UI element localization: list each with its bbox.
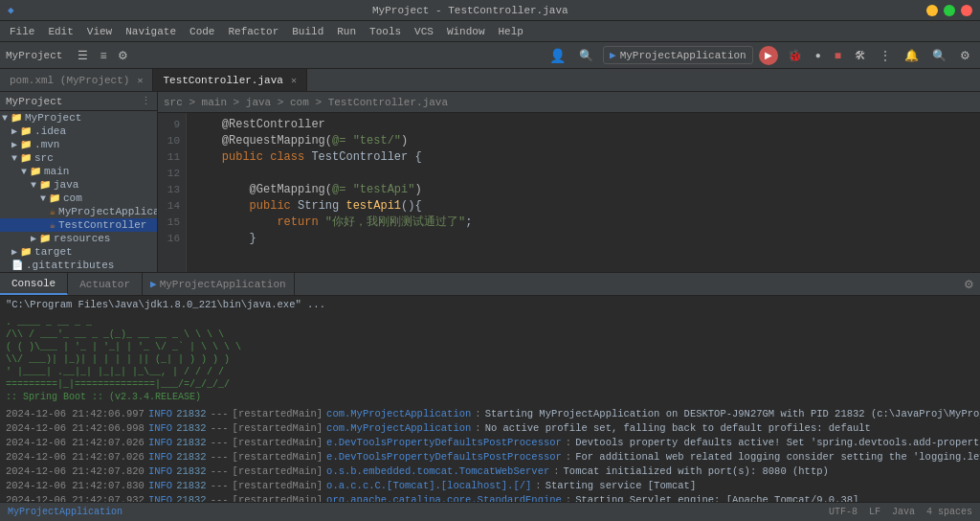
expand-icon-com: ▼ [40,193,46,204]
bottom-panel: Console Actuator ▶ MyProjectApplication … [0,272,980,502]
tree-label-controller: TestController [58,219,146,231]
tree-node-target[interactable]: ▶ 📁 target [0,245,157,259]
spring-ascii-2: /\\ / ___'_ __ _ _(_)_ __ __ _ \ \ \ \ [6,328,974,341]
status-indent: 4 spaces [926,507,972,517]
tree-label-target: target [34,246,73,258]
more-settings-btn[interactable]: ⋮ [876,47,895,64]
spring-ascii-4: \\/ ___)| |_)| | | | | || (_| | ) ) ) ) [6,353,974,366]
run-config-icon: ▶ [610,49,616,61]
expand-icon: ▼ [2,113,8,124]
project-tree: MyProject ⋮ ▼ 📁 MyProject ▶ 📁 .idea ▶ 📁 … [0,92,158,272]
tree-label-gitattr: .gitattributes [26,260,114,271]
folder-icon-resources: 📁 [39,233,51,244]
notifications-btn[interactable]: 🔔 [901,47,923,64]
java-icon-app: ☕ [50,206,56,217]
log-line-3: 2024-12-06 21:42:07.026 INFO 21832 --- [… [6,450,974,464]
main-content: MyProject ⋮ ▼ 📁 MyProject ▶ 📁 .idea ▶ 📁 … [0,92,980,272]
user-icon-btn[interactable]: 👤 [546,46,569,65]
expand-icon-mvn: ▶ [11,139,17,150]
menu-window[interactable]: Window [441,24,491,39]
menu-refactor[interactable]: Refactor [222,24,284,39]
log-line-1: 2024-12-06 21:42:06.998 INFO 21832 --- [… [6,421,974,436]
tree-label-myproject: MyProject [25,112,81,124]
menu-view[interactable]: View [81,24,118,39]
code-editor[interactable]: 9 10 11 12 13 14 15 16 @RestController @… [158,113,980,272]
code-content[interactable]: @RestController @RequestMapping(@= "test… [187,113,980,272]
tab-pom-label: pom.xml (MyProject) [10,75,129,86]
run-config-name: MyProjectApplication [620,50,746,61]
tree-node-java[interactable]: ▼ 📁 java [0,178,157,192]
toolbar-right: 👤 🔍 ▶ MyProjectApplication ▶ 🐞 ● ■ 🛠 ⋮ 🔔… [546,46,974,65]
toolbar-settings-btn[interactable]: ⚙ [114,47,132,64]
run-button[interactable]: ▶ [759,46,778,65]
minimize-button[interactable] [926,5,938,16]
search-everywhere-btn[interactable]: 🔍 [575,47,597,64]
stop-button[interactable]: ■ [831,47,845,64]
tree-header: MyProject ⋮ [0,92,157,111]
tree-node-src[interactable]: ▼ 📁 src [0,151,157,165]
app-icon: ◆ [8,4,14,16]
expand-icon-src: ▼ [11,153,17,164]
tab-actuator[interactable]: Actuator [68,273,143,295]
status-right: UTF-8 LF Java 4 spaces [829,507,972,517]
spring-ascii-1: . ____ _ __ _ _ [6,316,974,328]
toolbar: MyProject ☰ ≡ ⚙ 👤 🔍 ▶ MyProjectApplicati… [0,42,980,69]
status-left: MyProjectApplication [8,507,122,517]
tree-node-mvn[interactable]: ▶ 📁 .mvn [0,138,157,151]
folder-icon-src: 📁 [20,152,32,164]
menu-navigate[interactable]: Navigate [120,24,182,39]
tree-node-idea[interactable]: ▶ 📁 .idea [0,125,157,138]
menu-build[interactable]: Build [286,24,329,39]
tabs-bar: pom.xml (MyProject) ✕ TestController.jav… [0,69,980,92]
title-bar-left: ◆ [8,4,14,16]
folder-icon-myproject: 📁 [11,112,22,124]
status-bar: MyProjectApplication UTF-8 LF Java 4 spa… [0,502,980,521]
tree-node-myproject[interactable]: ▼ 📁 MyProject [0,111,157,125]
window-title: MyProject - TestController.java [372,5,568,16]
tree-node-com[interactable]: ▼ 📁 com [0,192,157,205]
search-btn[interactable]: 🔍 [928,47,950,64]
status-line-ending: LF [869,507,880,517]
expand-icon-main: ▼ [21,167,27,177]
expand-icon-resources: ▶ [31,233,36,244]
menu-edit[interactable]: Edit [42,24,78,39]
tree-node-main[interactable]: ▼ 📁 main [0,165,157,178]
tree-label-com: com [63,193,82,204]
tab-controller-close[interactable]: ✕ [291,75,297,86]
project-name-label: MyProject [6,50,62,61]
menu-run[interactable]: Run [331,24,362,39]
menu-code[interactable]: Code [184,24,220,39]
menu-vcs[interactable]: VCS [409,24,439,39]
console-settings-btn[interactable]: ⚙ [964,278,974,291]
bottom-tabs-left: Console Actuator ▶ MyProjectApplication [0,273,295,295]
close-button[interactable] [961,5,972,16]
editor-area: src > main > java > com > TestController… [158,92,980,272]
tab-pom-xml[interactable]: pom.xml (MyProject) ✕ [0,69,153,91]
toolbar-indent-btn[interactable]: ≡ [96,47,110,64]
tree-label-resources: resources [54,233,110,244]
tab-test-controller[interactable]: TestController.java ✕ [153,69,306,91]
maximize-button[interactable] [944,5,955,16]
tree-node-gitattributes[interactable]: 📄 .gitattributes [0,259,157,272]
menu-tools[interactable]: Tools [364,24,407,39]
coverage-button[interactable]: ● [812,48,825,62]
toolbar-structure-btn[interactable]: ☰ [74,47,92,64]
tab-console[interactable]: Console [0,273,68,295]
tree-label-java: java [54,179,78,191]
tree-options-btn[interactable]: ⋮ [141,95,151,107]
tree-node-myprojectapplication[interactable]: ☕ MyProjectApplication [0,205,157,218]
build-button[interactable]: 🛠 [851,47,870,64]
tree-node-testcontroller[interactable]: ☕ TestController [0,218,157,232]
run-config-display: ▶ MyProjectApplication [603,46,753,64]
debug-button[interactable]: 🐞 [784,47,806,64]
tree-label-idea: .idea [34,125,66,137]
tree-label-main: main [44,166,69,177]
menu-file[interactable]: File [4,24,40,39]
tab-pom-close[interactable]: ✕ [137,75,143,86]
folder-icon-com: 📁 [49,193,60,204]
spring-ascii-5: ' |____| .__|_| |_|_| |_\__, | / / / / [6,366,974,378]
run-config-tab-label: MyProjectApplication [160,279,286,290]
menu-help[interactable]: Help [493,24,529,39]
tree-node-resources[interactable]: ▶ 📁 resources [0,232,157,245]
settings-btn[interactable]: ⚙ [956,47,974,64]
